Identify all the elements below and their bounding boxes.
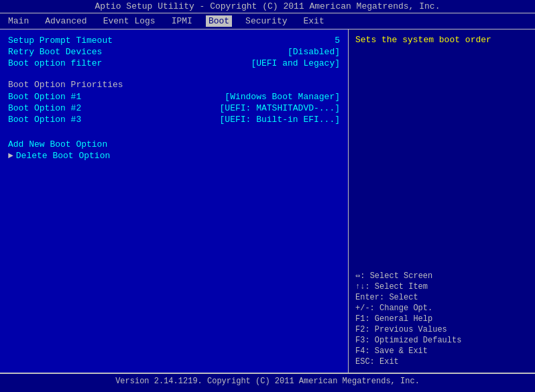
arrow-icon: ► [8,151,13,161]
right-panel: Sets the system boot order ⇔: Select Scr… [349,29,535,373]
key-line: F3: Optimized Defaults [355,335,528,346]
nav-bar: MainAdvancedEvent LogsIPMIBootSecurityEx… [0,13,535,29]
key-line: F2: Previous Values [355,324,528,335]
boot-option-filter-value: [UEFI and Legacy] [251,58,340,68]
key-line: Enter: Select [355,292,528,303]
delete-boot-option-label: Delete Boot Option [16,151,110,161]
boot-option-filter-label: Boot option filter [8,58,102,68]
boot-option-2-item[interactable]: Boot Option #2 [UEFI: MATSHITADVD-...] [8,103,340,114]
key-line: +/-: Change Opt. [355,303,528,314]
delete-boot-option-item[interactable]: ► Delete Boot Option [8,150,340,161]
key-help: ⇔: Select Screen↑↓: Select ItemEnter: Se… [355,270,528,367]
setup-prompt-timeout-label: Setup Prompt Timeout [8,36,113,46]
nav-item-event-logs[interactable]: Event Logs [101,15,158,27]
key-line: ESC: Exit [355,356,528,367]
nav-item-advanced[interactable]: Advanced [42,15,89,27]
setup-prompt-timeout-value: 5 [335,36,340,46]
retry-boot-devices-item[interactable]: Retry Boot Devices [Disabled] [8,46,340,58]
boot-option-1-label: Boot Option #1 [8,92,81,102]
add-new-boot-option-label: Add New Boot Option [8,139,107,149]
boot-option-filter-item[interactable]: Boot option filter [UEFI and Legacy] [8,58,340,69]
boot-option-1-item[interactable]: Boot Option #1 [Windows Boot Manager] [8,91,340,103]
nav-item-main[interactable]: Main [5,15,32,27]
title-text: Aptio Setup Utility - Copyright (C) 2011… [95,1,440,11]
help-text: Sets the system boot order [355,35,528,45]
key-line: ⇔: Select Screen [355,270,528,281]
add-new-boot-option-item[interactable]: Add New Boot Option [8,139,340,150]
nav-item-exit[interactable]: Exit [301,15,327,27]
boot-option-2-label: Boot Option #2 [8,103,81,113]
boot-option-1-value: [Windows Boot Manager] [225,92,340,102]
boot-option-priorities-header: Boot Option Priorities [8,76,340,91]
nav-item-boot[interactable]: Boot [206,15,232,27]
key-line: F4: Save & Exit [355,346,528,356]
left-panel: Setup Prompt Timeout 5 Retry Boot Device… [0,29,349,373]
retry-boot-devices-label: Retry Boot Devices [8,47,102,57]
footer-text: Version 2.14.1219. Copyright (C) 2011 Am… [115,377,420,386]
retry-boot-devices-value: [Disabled] [288,47,340,57]
boot-option-3-label: Boot Option #3 [8,115,81,125]
boot-option-3-value: [UEFI: Built-in EFI...] [220,115,340,125]
main-content: Setup Prompt Timeout 5 Retry Boot Device… [0,29,535,373]
boot-option-2-value: [UEFI: MATSHITADVD-...] [220,103,340,113]
key-line: ↑↓: Select Item [355,281,528,292]
footer: Version 2.14.1219. Copyright (C) 2011 Am… [0,373,535,389]
setup-prompt-timeout-item[interactable]: Setup Prompt Timeout 5 [8,35,340,46]
title-bar: Aptio Setup Utility - Copyright (C) 2011… [0,0,535,13]
boot-option-3-item[interactable]: Boot Option #3 [UEFI: Built-in EFI...] [8,114,340,125]
key-line: F1: General Help [355,314,528,324]
nav-item-ipmi[interactable]: IPMI [169,15,195,27]
nav-item-security[interactable]: Security [243,15,290,27]
